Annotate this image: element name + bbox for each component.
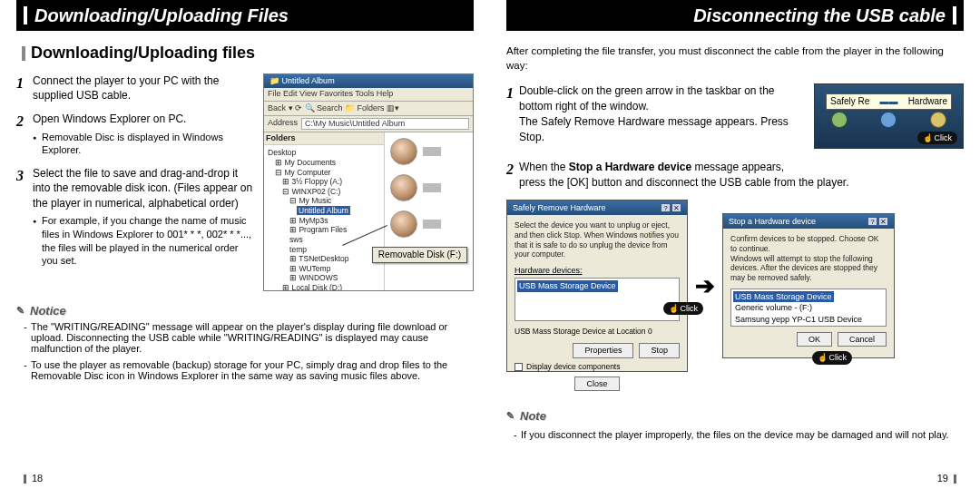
file-thumb: [390, 138, 467, 165]
section-heading: Downloading/Uploading files: [22, 44, 474, 63]
tree-item: ⊟ My Computer: [275, 168, 330, 177]
explorer-titlebar: 📁 Untitled Album: [264, 74, 473, 88]
rstep2-bold: Stop a Hardware device: [569, 161, 691, 173]
banner-right-title: Disconnecting the USB cable: [693, 5, 946, 26]
banner-left-title: Downloading/Uploading Files: [34, 5, 289, 26]
tooltip-right: Hardware: [908, 95, 947, 108]
rstep2-l1b: message appears,: [691, 161, 784, 173]
rstep1-line2: The Safely Remove Hardware message appea…: [519, 114, 805, 145]
click-badge: Click: [812, 351, 853, 365]
tree-item: ⊞ Local Disk (D:): [282, 283, 342, 291]
file-label-icon: [423, 147, 441, 156]
properties-button[interactable]: Properties: [573, 343, 633, 358]
step-1-num: 1: [16, 73, 27, 103]
tree-item: sws: [289, 235, 303, 244]
pencil-icon: [506, 409, 514, 423]
step-3-num: 3: [16, 166, 27, 268]
dlg2-list-item: USB Mass Storage Device: [733, 291, 834, 303]
dialog-safely-remove: Safely Remove Hardware ?✕ Select the dev…: [506, 200, 688, 372]
section-heading-text: Downloading/Uploading files: [31, 44, 255, 63]
step-1: 1 Connect the player to your PC with the…: [16, 73, 254, 103]
banner-right: Disconnecting the USB cable: [506, 0, 964, 31]
explorer-content-pane: [385, 132, 473, 291]
page-left: Downloading/Uploading Files Downloading/…: [0, 0, 490, 489]
banner-left: Downloading/Uploading Files: [16, 0, 474, 31]
tree-item: ⊞ My Documents: [275, 158, 336, 167]
tree-item: Untitled Album: [297, 206, 350, 215]
page-right: Disconnecting the USB cable After comple…: [490, 0, 980, 489]
album-art-icon: [390, 174, 417, 201]
tray-tooltip: Safely Re ▬▬ Hardware: [826, 93, 952, 110]
note-item: If you disconnect the player improperly,…: [514, 428, 964, 442]
tree-item: ⊟ WINXP02 (C:): [282, 187, 340, 196]
explorer-window: 📁 Untitled Album File Edit View Favorite…: [263, 73, 474, 291]
album-art-icon: [390, 210, 417, 238]
file-label-icon: [423, 220, 441, 229]
explorer-menubar: File Edit View Favorites Tools Help: [264, 88, 473, 101]
system-tray-graphic: Safely Re ▬▬ Hardware Click: [814, 83, 964, 149]
tree-item: ⊞ Program Files: [289, 225, 347, 234]
dlg1-status: USB Mass Storage Device at Location 0: [514, 327, 680, 337]
steps-column: 1 Connect the player to your PC with the…: [16, 73, 254, 291]
rstep2-l1a: When the: [519, 161, 569, 173]
tree-item: ⊞ WUTemp: [289, 264, 330, 273]
stop-button[interactable]: Stop: [639, 343, 680, 358]
tray-arrow-icon: [831, 112, 848, 128]
step-2-sub: Removable Disc is displayed in Windows E…: [42, 131, 254, 158]
dlg1-checkbox[interactable]: Display device components: [514, 362, 680, 373]
file-thumb: [390, 174, 467, 201]
help-icon: ?: [661, 203, 671, 212]
dlg1-listbox: USB Mass Storage Device: [514, 278, 680, 321]
step-3-text: Select the file to save and drag-and-dro…: [33, 167, 252, 209]
rstep2-num: 2: [506, 160, 514, 191]
page-number-right: 19: [937, 473, 956, 484]
notice-heading: Notice: [16, 304, 474, 318]
tree-item: ⊟ My Music: [289, 196, 331, 205]
note-block: Note If you disconnect the player improp…: [506, 408, 964, 443]
ok-button[interactable]: OK: [797, 332, 832, 347]
window-buttons: ?✕: [867, 216, 888, 228]
notice-item: The "WRITING/READING" message will appea…: [24, 321, 474, 354]
cancel-button[interactable]: Cancel: [838, 332, 887, 347]
explorer-title-text: Untitled Album: [282, 76, 335, 85]
dlg2-title: Stop a Hardware device: [729, 216, 816, 228]
tree-item: Desktop: [268, 148, 296, 157]
pencil-icon: [16, 305, 24, 317]
click-badge: Click: [917, 132, 958, 145]
note-label: Note: [520, 408, 546, 425]
address-label: Address: [268, 118, 298, 130]
explorer-toolbar: Back ▾ ⟳ 🔍 Search 📁 Folders ▥▾: [264, 102, 473, 116]
tree-item: ⊞ TSNetDesktop: [289, 254, 348, 263]
step-3: 3 Select the file to save and drag-and-d…: [16, 166, 254, 268]
dlg1-desc: Select the device you want to unplug or …: [514, 220, 680, 259]
dlg1-list-item: USB Mass Storage Device: [517, 280, 618, 292]
section-bar-icon: [22, 46, 25, 61]
dlg1-titlebar: Safely Remove Hardware ?✕: [507, 200, 687, 216]
dlg2-list-item: Samsung yepp YP-C1 USB Device: [733, 314, 884, 326]
step-2-num: 2: [16, 112, 27, 157]
dialog-stop-device: Stop a Hardware device ?✕ Confirm device…: [722, 213, 895, 358]
step-3-sub: For example, if you change the name of m…: [42, 214, 254, 268]
dlg2-listbox: USB Mass Storage Device Generic volume -…: [730, 289, 887, 327]
checkbox-icon: [514, 363, 523, 371]
close-button[interactable]: Close: [574, 377, 619, 392]
file-thumb: [390, 210, 467, 238]
explorer-folder-tree: Folders Desktop⊞ My Documents⊟ My Comput…: [264, 132, 385, 291]
step-1-text: Connect the player to your PC with the s…: [33, 73, 254, 103]
dlg1-checkbox-label: Display device components: [526, 362, 620, 373]
step-2-text: Open Windows Explorer on PC.: [33, 112, 186, 125]
rstep2-line2: press the [OK] button and disconnect the…: [519, 175, 849, 191]
callout-removable-disk: Removable Disk (F:): [372, 247, 467, 264]
tray-icon: [880, 112, 897, 128]
dlg2-titlebar: Stop a Hardware device ?✕: [723, 214, 894, 230]
intro-text: After completing the file transfer, you …: [506, 44, 964, 73]
tree-item: ⊞ 3½ Floppy (A:): [282, 177, 342, 186]
rstep1-line1: Double-click on the green arrow in the t…: [519, 83, 805, 114]
note-heading: Note: [506, 408, 964, 425]
dlg2-desc: Confirm devices to be stopped. Choose OK…: [730, 234, 887, 282]
click-badge: Click: [663, 302, 704, 316]
file-label-icon: [423, 183, 441, 192]
dlg2-list-item: Generic volume - (F:): [733, 302, 884, 314]
address-value: C:\My Music\Untitled Album: [301, 118, 469, 130]
tray-icon: [930, 112, 946, 128]
